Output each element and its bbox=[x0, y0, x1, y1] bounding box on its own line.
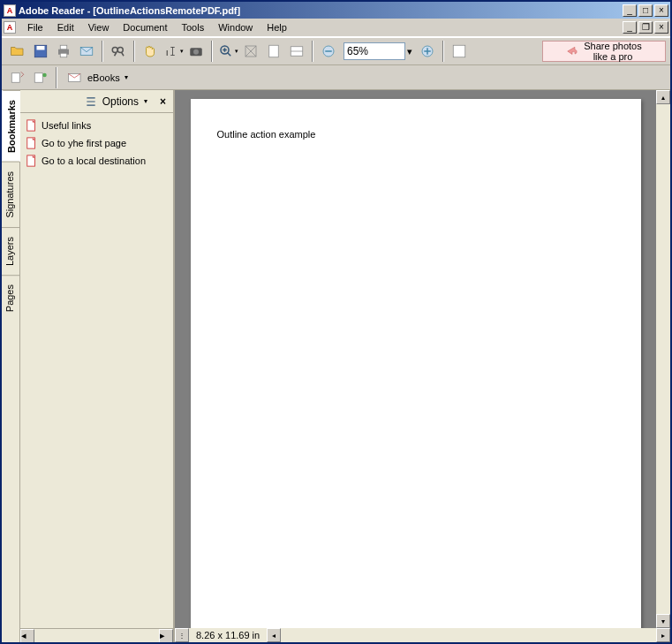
print-button[interactable] bbox=[52, 40, 75, 63]
maximize-button[interactable]: □ bbox=[638, 4, 653, 17]
minimize-button[interactable]: _ bbox=[623, 4, 637, 17]
scroll-down-button[interactable]: ▾ bbox=[656, 614, 670, 628]
ebooks-button[interactable]: eBooks ▾ bbox=[61, 67, 134, 88]
svg-rect-4 bbox=[60, 53, 67, 57]
bookmarks-list: Useful links Go to yhe first page Go to … bbox=[20, 113, 173, 628]
svg-point-10 bbox=[193, 49, 199, 55]
select-tool-button[interactable]: I▾ bbox=[162, 40, 185, 63]
options-label[interactable]: Options bbox=[102, 95, 139, 108]
bookmark-item[interactable]: Useful links bbox=[22, 117, 171, 134]
scroll-right-button[interactable]: ▸ bbox=[656, 628, 670, 642]
arrow-icon bbox=[566, 45, 578, 57]
save-button[interactable] bbox=[29, 40, 52, 63]
navigation-tabs: Bookmarks Signatures Layers Pages bbox=[2, 90, 20, 642]
zoom-out-button[interactable] bbox=[317, 40, 340, 63]
svg-rect-18 bbox=[11, 72, 19, 82]
tab-signatures[interactable]: Signatures bbox=[2, 162, 19, 227]
toolbars: I▾ ▾ 65% ▾ Share photoslike a pro eBooks… bbox=[2, 36, 670, 90]
scroll-up-button[interactable]: ▴ bbox=[656, 90, 670, 104]
bookmarks-panel: Options ▾ × Useful links Go to yhe first… bbox=[20, 90, 175, 642]
open-button[interactable] bbox=[6, 40, 29, 63]
menu-edit[interactable]: Edit bbox=[51, 20, 80, 34]
hscroll-handle[interactable]: ⋮ bbox=[175, 628, 189, 642]
app-icon: A bbox=[4, 4, 16, 17]
svg-point-20 bbox=[42, 72, 47, 77]
mdi-restore-button[interactable]: ❐ bbox=[638, 21, 653, 34]
tab-bookmarks[interactable]: Bookmarks bbox=[2, 90, 20, 162]
document-area: Outline action example ▴ ▾ ⋮ 8.26 x 11.6… bbox=[175, 90, 670, 642]
bookmark-item[interactable]: Go to yhe first page bbox=[22, 134, 171, 152]
document-icon: A bbox=[4, 21, 16, 34]
titlebar: A Adobe Reader - [OutlineActionsRemotePD… bbox=[2, 2, 670, 19]
menu-view[interactable]: View bbox=[82, 20, 116, 34]
svg-rect-1 bbox=[37, 46, 45, 50]
search-button[interactable] bbox=[107, 40, 130, 63]
pdf-page: Outline action example bbox=[191, 99, 641, 628]
snapshot-tool-button[interactable] bbox=[185, 40, 208, 63]
horizontal-scrollbar[interactable]: ⋮ 8.26 x 11.69 in ◂ ▸ bbox=[175, 628, 670, 642]
hand-tool-button[interactable] bbox=[139, 40, 162, 63]
svg-rect-19 bbox=[34, 72, 42, 82]
toolbar-button-1[interactable] bbox=[6, 66, 29, 89]
help-button[interactable] bbox=[448, 40, 471, 63]
scroll-left-button[interactable]: ◂ bbox=[267, 628, 281, 642]
bookmark-item[interactable]: Go to a local destination bbox=[22, 152, 171, 170]
svg-rect-17 bbox=[453, 45, 465, 57]
zoom-to-button[interactable] bbox=[239, 40, 262, 63]
mdi-minimize-button[interactable]: _ bbox=[623, 21, 637, 34]
tab-layers[interactable]: Layers bbox=[2, 227, 19, 275]
bookmark-icon bbox=[26, 119, 38, 132]
zoom-plus-button[interactable] bbox=[416, 40, 439, 63]
email-button[interactable] bbox=[75, 40, 98, 63]
svg-text:I: I bbox=[166, 49, 168, 57]
menubar: A File Edit View Document Tools Window H… bbox=[2, 19, 670, 36]
zoom-in-button[interactable]: ▾ bbox=[216, 40, 239, 63]
svg-point-6 bbox=[112, 48, 117, 53]
ebooks-icon bbox=[67, 71, 83, 85]
menu-tools[interactable]: Tools bbox=[176, 20, 211, 34]
fit-page-button[interactable] bbox=[262, 40, 285, 63]
bookmark-icon bbox=[26, 137, 38, 149]
vertical-scrollbar[interactable]: ▴ ▾ bbox=[656, 90, 670, 628]
svg-rect-13 bbox=[269, 45, 279, 57]
page-content: Outline action example bbox=[217, 129, 615, 140]
window-title: Adobe Reader - [OutlineActionsRemotePDF.… bbox=[19, 5, 620, 16]
zoom-input[interactable]: 65% bbox=[344, 42, 405, 60]
document-canvas[interactable]: Outline action example bbox=[175, 90, 656, 628]
page-dimensions: 8.26 x 11.69 in bbox=[189, 630, 267, 640]
toolbar-button-2[interactable] bbox=[29, 66, 52, 89]
share-photos-button[interactable]: Share photoslike a pro bbox=[542, 41, 666, 62]
close-button[interactable]: × bbox=[654, 4, 668, 17]
menu-window[interactable]: Window bbox=[212, 20, 259, 34]
svg-rect-3 bbox=[60, 45, 67, 49]
mdi-close-button[interactable]: × bbox=[654, 21, 668, 34]
svg-point-7 bbox=[117, 48, 123, 53]
bookmarks-hscroll[interactable]: ◂▸ bbox=[20, 628, 173, 642]
bookmark-icon bbox=[26, 155, 38, 167]
panel-close-button[interactable]: × bbox=[160, 95, 166, 108]
options-dropdown[interactable]: ▾ bbox=[144, 97, 147, 105]
zoom-dropdown[interactable]: ▾ bbox=[407, 46, 412, 57]
fit-width-button[interactable] bbox=[285, 40, 308, 63]
menu-help[interactable]: Help bbox=[260, 20, 293, 34]
menu-document[interactable]: Document bbox=[117, 20, 173, 34]
menu-file[interactable]: File bbox=[21, 20, 49, 34]
main-area: Bookmarks Signatures Layers Pages Option… bbox=[2, 90, 670, 642]
options-icon bbox=[85, 95, 97, 108]
tab-pages[interactable]: Pages bbox=[2, 275, 19, 321]
